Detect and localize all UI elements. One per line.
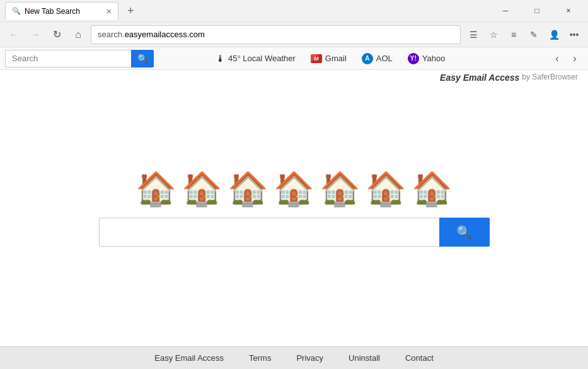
bookmark-next-button[interactable]: ›: [567, 50, 583, 67]
yahoo-label: Yahoo: [422, 54, 446, 63]
window-controls: ─ □ ×: [491, 0, 583, 22]
more-button[interactable]: •••: [565, 26, 583, 44]
house-icon-1: 🏠: [135, 172, 176, 205]
house-icon-3: 🏠: [228, 172, 268, 205]
home-button[interactable]: ⌂: [69, 26, 87, 44]
forward-button[interactable]: →: [26, 26, 44, 44]
bookmark-weather[interactable]: 🌡 45° Local Weather: [209, 50, 302, 66]
brand-badge: Easy Email Access by SaferBrowser: [0, 70, 588, 85]
aol-label: AOL: [376, 54, 393, 63]
refresh-button[interactable]: ↻: [48, 26, 66, 44]
brand-name: Easy Email Access: [440, 73, 519, 83]
bookmarks-bar: 🔍 🌡 45° Local Weather M Gmail A AOL Y! Y…: [0, 47, 588, 70]
minimize-button[interactable]: ─: [491, 0, 520, 22]
tab-title: New Tab Search: [25, 7, 80, 16]
main-content: 🏠 🏠 🏠 🏠 🏠 🏠 🏠 🔍: [0, 85, 588, 346]
gmail-label: Gmail: [325, 54, 347, 63]
address-input[interactable]: search.easyemailaccess.com: [91, 25, 461, 44]
new-tab-button[interactable]: +: [124, 4, 138, 18]
gmail-icon: M: [311, 54, 322, 63]
house-icon-6: 🏠: [366, 172, 406, 205]
top-search-button[interactable]: 🔍: [131, 50, 154, 67]
main-search-icon: 🔍: [456, 225, 472, 240]
title-bar: 🔍 New Tab Search × + ─ □ ×: [0, 0, 588, 22]
main-search-bar: 🔍: [99, 218, 490, 247]
footer-link-easy-email-access[interactable]: Easy Email Access: [154, 353, 224, 363]
toolbar-icons: ☰ ☆ ≡ ✎ 👤 •••: [464, 26, 583, 44]
aol-icon: A: [362, 53, 373, 64]
footer-link-privacy[interactable]: Privacy: [296, 353, 323, 363]
main-search-button[interactable]: 🔍: [439, 218, 490, 247]
reading-view-button[interactable]: ☰: [464, 26, 482, 44]
url-text: search.easyemailaccess.com: [98, 30, 205, 39]
bookmark-aol[interactable]: A AOL: [355, 50, 399, 67]
maximize-button[interactable]: □: [522, 0, 551, 22]
url-domain: easyemailaccess.com: [125, 30, 205, 39]
hub-button[interactable]: ≡: [505, 26, 522, 44]
house-icon-7: 🏠: [412, 172, 453, 205]
house-row: 🏠 🏠 🏠 🏠 🏠 🏠 🏠: [135, 172, 453, 205]
browser-tab[interactable]: 🔍 New Tab Search ×: [5, 2, 118, 20]
bookmark-nav: ‹ ›: [549, 50, 583, 67]
tab-favicon: 🔍: [12, 7, 21, 15]
weather-icon: 🌡: [216, 53, 225, 64]
house-icon-4: 🏠: [274, 172, 314, 205]
address-bar-row: ← → ↻ ⌂ search.easyemailaccess.com ☰ ☆ ≡…: [0, 22, 588, 47]
bookmark-yahoo[interactable]: Y! Yahoo: [401, 50, 452, 67]
main-search-input[interactable]: [99, 218, 439, 247]
footer: Easy Email Access Terms Privacy Uninstal…: [0, 346, 588, 369]
weather-label: 45° Local Weather: [228, 54, 296, 63]
house-icon-5: 🏠: [320, 172, 360, 205]
tab-close-button[interactable]: ×: [107, 7, 112, 16]
favorites-button[interactable]: ☆: [485, 26, 502, 44]
top-search-input[interactable]: [5, 50, 131, 67]
top-search-icon: 🔍: [137, 54, 148, 64]
yahoo-icon: Y!: [408, 53, 419, 64]
footer-link-contact[interactable]: Contact: [405, 353, 434, 363]
brand-by: by SaferBrowser: [522, 73, 578, 83]
account-button[interactable]: 👤: [545, 26, 563, 44]
footer-link-terms[interactable]: Terms: [249, 353, 271, 363]
close-button[interactable]: ×: [554, 0, 583, 22]
footer-link-uninstall[interactable]: Uninstall: [349, 353, 380, 363]
tools-button[interactable]: ✎: [525, 26, 543, 44]
bookmark-gmail[interactable]: M Gmail: [304, 51, 353, 66]
house-icon-2: 🏠: [182, 172, 222, 205]
bookmark-prev-button[interactable]: ‹: [549, 50, 565, 67]
top-search-wrap: 🔍: [5, 50, 207, 67]
back-button[interactable]: ←: [5, 26, 23, 44]
